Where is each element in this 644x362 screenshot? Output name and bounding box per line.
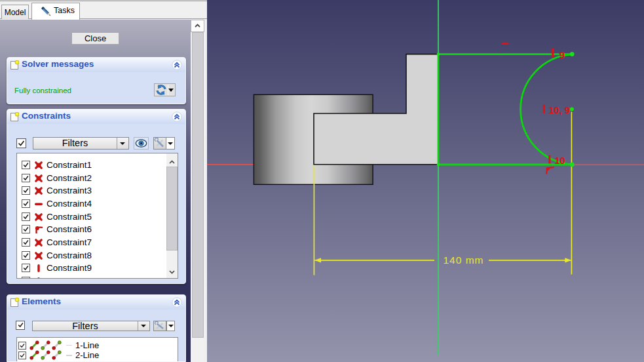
svg-text:140 mm: 140 mm <box>444 254 484 266</box>
svg-text:10: 10 <box>555 155 565 166</box>
svg-text:10, 9: 10, 9 <box>549 105 570 115</box>
svg-text:9: 9 <box>559 49 565 60</box>
